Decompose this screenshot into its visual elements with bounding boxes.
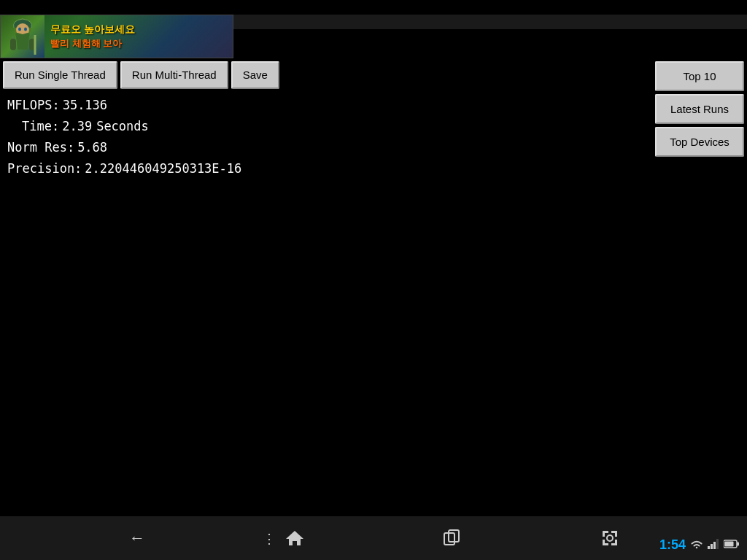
svg-rect-24 bbox=[737, 542, 739, 546]
screenshot-button[interactable] bbox=[592, 521, 627, 556]
norm-res-label: Norm Res: bbox=[7, 137, 74, 158]
nav-bar: ← bbox=[0, 516, 747, 560]
top-devices-button[interactable]: Top Devices bbox=[655, 127, 744, 157]
back-button[interactable]: ← bbox=[120, 521, 155, 556]
run-single-thread-button[interactable]: Run Single Thread bbox=[3, 61, 117, 89]
home-button[interactable] bbox=[277, 521, 312, 556]
ad-banner[interactable]: 무료오 높아보세요 빨리 체험해 보아 bbox=[0, 15, 233, 58]
signal-icon bbox=[708, 539, 719, 551]
status-bar-right: 1:54 bbox=[659, 537, 740, 553]
clock: 1:54 bbox=[659, 537, 686, 553]
svg-rect-22 bbox=[716, 539, 719, 549]
mflops-value: 35.136 bbox=[63, 95, 107, 116]
norm-res-row: Norm Res: 5.68 bbox=[7, 137, 241, 158]
recent-apps-button[interactable] bbox=[435, 521, 470, 556]
precision-row: Precision: 2.220446049250313E-16 bbox=[7, 158, 241, 179]
svg-rect-21 bbox=[713, 542, 716, 549]
top10-button[interactable]: Top 10 bbox=[655, 61, 744, 91]
mflops-label: MFLOPS: bbox=[7, 95, 60, 116]
svg-rect-25 bbox=[725, 542, 734, 547]
right-panel: Top 10 Latest Runs Top Devices bbox=[652, 58, 747, 160]
results-area: MFLOPS: 35.136 Time: 2.39 Seconds Norm R… bbox=[7, 95, 241, 179]
precision-value: 2.220446049250313E-16 bbox=[85, 158, 241, 179]
svg-point-18 bbox=[607, 535, 613, 541]
overflow-menu-button[interactable]: ⋮ bbox=[263, 531, 276, 547]
svg-rect-15 bbox=[615, 531, 617, 537]
wifi-icon bbox=[690, 539, 703, 551]
mflops-row: MFLOPS: 35.136 bbox=[7, 95, 241, 116]
svg-rect-17 bbox=[615, 540, 617, 545]
svg-rect-14 bbox=[603, 531, 605, 537]
svg-rect-20 bbox=[711, 544, 713, 549]
time-row: Time: 2.39 Seconds bbox=[7, 116, 241, 137]
svg-rect-19 bbox=[708, 546, 710, 549]
svg-point-2 bbox=[18, 27, 21, 31]
save-button[interactable]: Save bbox=[231, 61, 279, 89]
svg-point-3 bbox=[24, 27, 27, 31]
time-label: Time: bbox=[22, 116, 59, 137]
latest-runs-button[interactable]: Latest Runs bbox=[655, 94, 744, 124]
svg-rect-4 bbox=[10, 39, 16, 50]
ad-character-icon bbox=[1, 15, 44, 58]
run-multi-thread-button[interactable]: Run Multi-Thread bbox=[120, 61, 228, 89]
ad-text: 무료오 높아보세요 빨리 체험해 보아 bbox=[44, 20, 141, 53]
battery-icon bbox=[724, 539, 740, 551]
toolbar: Run Single Thread Run Multi-Thread Save bbox=[0, 58, 747, 91]
svg-marker-7 bbox=[286, 531, 303, 545]
time-value: 2.39 bbox=[62, 116, 92, 137]
precision-label: Precision: bbox=[7, 158, 82, 179]
time-unit: Seconds bbox=[96, 116, 149, 137]
svg-rect-16 bbox=[603, 540, 605, 545]
norm-res-value: 5.68 bbox=[77, 137, 107, 158]
